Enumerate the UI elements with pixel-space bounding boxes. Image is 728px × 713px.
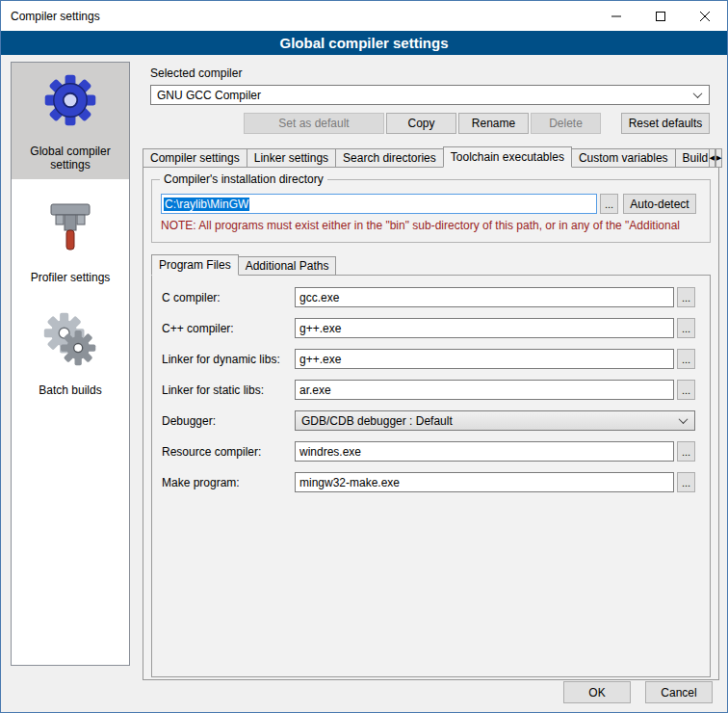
tab-scroll-left-button[interactable]: ◀ — [709, 148, 715, 168]
c-compiler-label: C compiler: — [162, 291, 295, 304]
blue-gear-icon — [42, 72, 98, 131]
c-compiler-row: C compiler: ... — [162, 287, 695, 307]
installation-directory-group: Compiler's installation directory C:\ray… — [151, 179, 711, 243]
set-as-default-button[interactable]: Set as default — [244, 113, 384, 134]
chevron-down-icon — [693, 89, 703, 98]
grey-gears-icon — [42, 311, 98, 370]
tab-custom-variables[interactable]: Custom variables — [571, 148, 676, 168]
debugger-label: Debugger: — [162, 414, 295, 428]
cpp-compiler-label: C++ compiler: — [162, 322, 295, 335]
tab-compiler-settings[interactable]: Compiler settings — [143, 148, 247, 168]
debugger-dropdown[interactable]: GDB/CDB debugger : Default — [295, 410, 695, 431]
installation-directory-title: Compiler's installation directory — [160, 172, 327, 186]
sidebar-item-global-compiler-settings[interactable]: Global compiler settings — [12, 63, 129, 179]
profiler-tool-icon — [44, 198, 96, 257]
close-button[interactable] — [683, 1, 727, 31]
minimize-icon — [611, 12, 621, 21]
cancel-button[interactable]: Cancel — [645, 681, 713, 703]
static-linker-input[interactable] — [295, 380, 674, 400]
bin-subdirectory-note: NOTE: All programs must exist either in … — [161, 219, 701, 232]
dynamic-linker-row: Linker for dynamic libs: ... — [162, 349, 695, 369]
static-linker-row: Linker for static libs: ... — [162, 380, 695, 400]
sidebar: Global compiler settings Profiler settin… — [11, 62, 130, 666]
browse-resource-compiler-button[interactable]: ... — [677, 441, 695, 462]
window-title: Compiler settings — [1, 10, 100, 23]
rename-button[interactable]: Rename — [458, 113, 529, 134]
copy-button[interactable]: Copy — [386, 113, 456, 134]
sidebar-item-profiler-settings[interactable]: Profiler settings — [12, 189, 129, 292]
selected-text: C:\raylib\MinGW — [164, 198, 249, 211]
debugger-value: GDB/CDB debugger : Default — [301, 414, 453, 428]
debugger-row: Debugger: GDB/CDB debugger : Default — [162, 410, 695, 431]
dialog-footer: OK Cancel — [563, 681, 713, 703]
maximize-button[interactable] — [638, 1, 683, 31]
caption-buttons — [594, 1, 727, 31]
make-program-label: Make program: — [162, 476, 295, 489]
sidebar-item-label: Batch builds — [39, 383, 101, 397]
minimize-button[interactable] — [594, 1, 638, 31]
browse-install-dir-button[interactable]: ... — [600, 194, 618, 214]
static-linker-label: Linker for static libs: — [162, 383, 295, 397]
tab-additional-paths[interactable]: Additional Paths — [238, 256, 337, 276]
delete-button[interactable]: Delete — [531, 113, 601, 134]
chevron-down-icon — [679, 414, 689, 424]
make-program-row: Make program: ... — [162, 472, 695, 492]
resource-compiler-input[interactable] — [295, 441, 674, 462]
dialog-header: Global compiler settings — [1, 31, 727, 55]
compiler-actions: Set as default Copy Rename Delete Reset … — [150, 113, 710, 134]
tab-linker-settings[interactable]: Linker settings — [247, 148, 336, 168]
auto-detect-button[interactable]: Auto-detect — [623, 194, 696, 214]
installation-directory-row: C:\raylib\MinGW ... Auto-detect — [161, 194, 701, 214]
make-program-input[interactable] — [295, 472, 674, 492]
browse-dynamic-linker-button[interactable]: ... — [677, 349, 695, 369]
tab-program-files[interactable]: Program Files — [151, 254, 239, 276]
resource-compiler-label: Resource compiler: — [162, 445, 295, 459]
browse-c-compiler-button[interactable]: ... — [677, 287, 695, 307]
reset-defaults-button[interactable]: Reset defaults — [621, 113, 710, 134]
titlebar: Compiler settings — [1, 1, 727, 31]
sidebar-item-label: Profiler settings — [31, 271, 111, 284]
tab-scroll-right-button[interactable]: ▶ — [715, 148, 722, 168]
browse-static-linker-button[interactable]: ... — [677, 380, 695, 400]
settings-tabbar: Compiler settings Linker settings Search… — [143, 146, 719, 168]
cpp-compiler-row: C++ compiler: ... — [162, 318, 695, 338]
sidebar-item-label: Global compiler settings — [14, 145, 126, 172]
tab-build-options[interactable]: Build — [675, 148, 710, 168]
selected-compiler-dropdown[interactable]: GNU GCC Compiler — [150, 85, 710, 105]
program-files-page: C compiler: ... C++ compiler: ... Linker… — [151, 275, 711, 677]
ok-button[interactable]: OK — [563, 681, 631, 703]
main-panel: Selected compiler GNU GCC Compiler Set a… — [141, 61, 719, 680]
maximize-icon — [656, 12, 665, 21]
dynamic-linker-label: Linker for dynamic libs: — [162, 353, 295, 366]
tab-search-directories[interactable]: Search directories — [335, 148, 444, 168]
browse-cpp-compiler-button[interactable]: ... — [677, 318, 695, 338]
selected-compiler-value: GNU GCC Compiler — [157, 89, 261, 102]
toolchain-executables-page: Compiler's installation directory C:\ray… — [143, 167, 719, 680]
tab-toolchain-executables[interactable]: Toolchain executables — [443, 146, 572, 168]
installation-directory-input[interactable]: C:\raylib\MinGW — [161, 194, 597, 214]
compiler-settings-window: Compiler settings Global compiler settin… — [0, 0, 728, 713]
browse-make-program-button[interactable]: ... — [677, 472, 695, 492]
c-compiler-input[interactable] — [295, 287, 674, 307]
resource-compiler-row: Resource compiler: ... — [162, 441, 695, 462]
close-icon — [700, 12, 710, 21]
sidebar-item-batch-builds[interactable]: Batch builds — [12, 302, 129, 405]
dynamic-linker-input[interactable] — [295, 349, 674, 369]
selected-compiler-label: Selected compiler — [150, 66, 719, 80]
cpp-compiler-input[interactable] — [295, 318, 674, 338]
program-files-tabbar: Program Files Additional Paths — [151, 255, 718, 276]
